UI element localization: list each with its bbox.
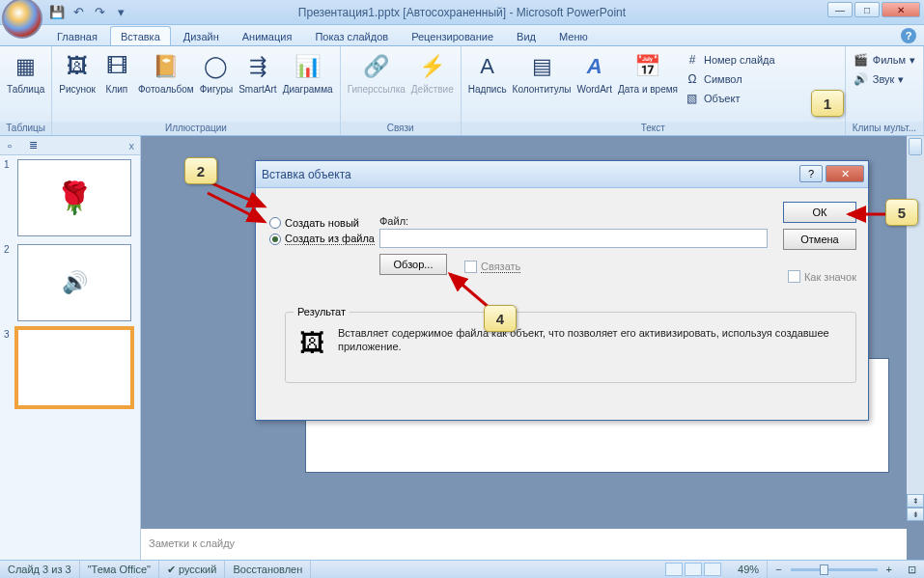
dialog-close-button[interactable]: ✕ xyxy=(826,165,864,182)
as-icon-label: Как значок xyxy=(804,271,856,283)
chart-icon: 📊 xyxy=(293,51,323,82)
outline-tab-icon[interactable]: ≣ xyxy=(25,137,42,153)
chart-button[interactable]: 📊Диаграмма xyxy=(280,49,336,96)
tab-slideshow[interactable]: Показ слайдов xyxy=(304,26,399,45)
dialog-title: Вставка объекта xyxy=(262,168,351,181)
thumb-preview[interactable] xyxy=(17,329,131,406)
shapes-button[interactable]: ◯Фигуры xyxy=(197,49,236,96)
as-icon-checkbox-row[interactable]: Как значок xyxy=(788,270,856,283)
dialog-help-button[interactable]: ? xyxy=(799,165,823,182)
scrollbar-thumb[interactable] xyxy=(909,138,922,155)
dialog-titlebar[interactable]: Вставка объекта ? ✕ xyxy=(256,161,868,188)
normal-view-button[interactable] xyxy=(665,563,683,576)
radio-create-new[interactable]: Создать новый xyxy=(269,217,375,229)
datetime-label: Дата и время xyxy=(618,84,678,95)
tab-home[interactable]: Главная xyxy=(46,26,108,45)
sound-button[interactable]: 🔊Звук▾ xyxy=(852,70,917,88)
thumb-1[interactable]: 1🌹 xyxy=(4,159,136,236)
zoom-slider[interactable]: − + xyxy=(768,561,900,578)
zoom-in-icon[interactable]: + xyxy=(886,564,892,575)
group-label-text: Текст xyxy=(462,122,845,135)
clip-button[interactable]: 🎞Клип xyxy=(98,49,135,96)
tab-insert[interactable]: Вставка xyxy=(110,26,171,45)
close-button[interactable]: ✕ xyxy=(882,2,920,17)
headerfooter-icon: ▤ xyxy=(526,51,557,82)
wordart-label: WordArt xyxy=(576,84,612,95)
zoom-out-icon[interactable]: − xyxy=(775,564,781,575)
table-button[interactable]: ▦Таблица xyxy=(4,49,47,96)
thumb-num: 2 xyxy=(4,244,14,321)
window-title: Презентация1.pptx [Автосохраненный] - Mi… xyxy=(0,6,924,19)
thumb-3[interactable]: 3 xyxy=(4,329,136,406)
ok-button[interactable]: ОК xyxy=(783,202,856,223)
radio-new-label: Создать новый xyxy=(285,217,359,229)
object-icon: ▧ xyxy=(685,91,700,106)
wordart-icon: A xyxy=(579,51,610,82)
textbox-button[interactable]: AНадпись xyxy=(465,49,510,96)
maximize-button[interactable]: □ xyxy=(854,2,880,17)
headerfooter-button[interactable]: ▤Колонтитулы xyxy=(510,49,574,96)
dialog-body: Создать новый Создать из файла Файл: Обз… xyxy=(256,188,868,420)
tab-review[interactable]: Рецензирование xyxy=(401,26,504,45)
zoom-percent[interactable]: 49% xyxy=(730,561,768,578)
symbol-button[interactable]: ΩСимвол xyxy=(683,70,777,88)
table-label: Таблица xyxy=(7,84,44,95)
sorter-view-button[interactable] xyxy=(685,563,702,576)
slidenumber-button[interactable]: #Номер слайда xyxy=(683,51,777,69)
status-lang[interactable]: ✔русский xyxy=(159,561,225,578)
checkbox-icon xyxy=(788,270,800,283)
notes-pane[interactable]: Заметки к слайду xyxy=(141,525,907,560)
datetime-button[interactable]: 📅Дата и время xyxy=(615,49,681,96)
minimize-button[interactable]: — xyxy=(827,2,853,17)
thumb-2[interactable]: 2🔊 xyxy=(4,244,136,321)
thumb-preview[interactable]: 🌹 xyxy=(17,159,131,236)
file-area: Файл: Обзор... xyxy=(379,215,768,275)
vertical-scrollbar[interactable]: ⇞ ⇟ xyxy=(907,136,924,521)
file-label: Файл: xyxy=(379,215,768,227)
result-icon: 🖼 xyxy=(295,326,328,359)
link-checkbox-row[interactable]: Связать xyxy=(464,261,520,273)
object-label: Объект xyxy=(704,93,740,104)
sound-icon: 🔊 xyxy=(854,71,869,87)
thumb-preview[interactable]: 🔊 xyxy=(17,244,131,321)
smartart-label: SmartArt xyxy=(238,84,276,95)
zoom-thumb[interactable] xyxy=(820,564,828,575)
tab-animation[interactable]: Анимация xyxy=(232,26,303,45)
slidenum-icon: # xyxy=(685,52,700,68)
slides-tab-icon[interactable]: ▫ xyxy=(4,138,15,153)
browse-button[interactable]: Обзор... xyxy=(379,254,447,275)
photoalbum-button[interactable]: 📔Фотоальбом xyxy=(135,49,197,96)
prev-slide-button[interactable]: ⇞ xyxy=(907,494,924,508)
result-title: Результат xyxy=(294,306,350,317)
group-label-media: Клипы мульт... xyxy=(846,122,923,135)
panel-close-icon[interactable]: x xyxy=(129,140,135,151)
chart-label: Диаграмма xyxy=(283,84,333,95)
radio-create-from-file[interactable]: Создать из файла xyxy=(269,233,375,245)
object-button[interactable]: ▧Объект xyxy=(683,90,777,107)
movie-button[interactable]: 🎬Фильм▾ xyxy=(852,51,917,69)
movie-label: Фильм xyxy=(873,54,906,66)
tab-menu[interactable]: Меню xyxy=(548,26,599,45)
file-path-input[interactable] xyxy=(379,229,768,248)
clip-icon: 🎞 xyxy=(101,51,132,82)
office-button[interactable] xyxy=(2,0,42,39)
help-icon[interactable]: ? xyxy=(901,28,916,43)
clip-label: Клип xyxy=(106,84,128,95)
hyperlink-button: 🔗Гиперссылка xyxy=(345,49,408,96)
smartart-button[interactable]: ⇶SmartArt xyxy=(236,49,279,96)
tab-design[interactable]: Дизайн xyxy=(173,26,230,45)
thumbnails: 1🌹 2🔊 3 xyxy=(0,155,140,560)
smartart-icon: ⇶ xyxy=(242,51,273,82)
action-button: ⚡Действие xyxy=(408,49,457,96)
next-slide-button[interactable]: ⇟ xyxy=(907,508,924,521)
fit-button[interactable]: ⊡ xyxy=(900,561,924,578)
wordart-button[interactable]: AWordArt xyxy=(574,49,615,96)
cancel-button[interactable]: Отмена xyxy=(783,229,856,250)
tab-view[interactable]: Вид xyxy=(506,26,546,45)
checkbox-icon xyxy=(464,261,477,273)
slideshow-view-button[interactable] xyxy=(704,563,721,576)
zoom-track[interactable] xyxy=(791,568,878,571)
ribbon-tabs: Главная Вставка Дизайн Анимация Показ сл… xyxy=(0,25,924,46)
picture-button[interactable]: 🖼Рисунок xyxy=(56,49,98,96)
result-box: Результат 🖼 Вставляет содержимое файла к… xyxy=(285,312,856,383)
